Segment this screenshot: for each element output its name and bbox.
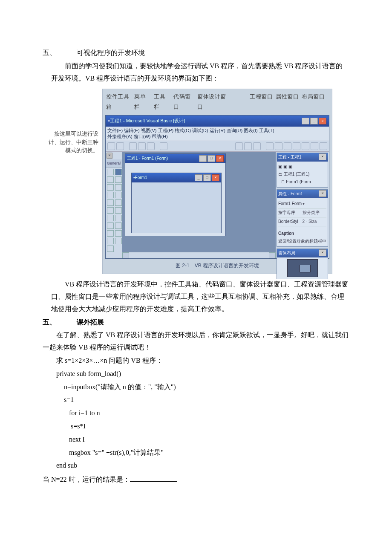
vb-toolbar[interactable] <box>106 141 329 152</box>
tool-image-icon[interactable] <box>107 238 114 244</box>
stop-button[interactable] <box>253 142 261 150</box>
minimize-button[interactable]: _ <box>302 118 309 124</box>
label-propwin: 属性窗口 <box>276 92 299 112</box>
toolbox-grid <box>106 168 122 253</box>
prop-key: BorderStyl <box>278 218 303 225</box>
tool-timer-icon[interactable] <box>107 215 114 221</box>
tool-textbox-icon[interactable] <box>115 176 122 183</box>
form-container-title: 工程1 - Form1 (Form) <box>127 155 198 162</box>
layout-form-mini[interactable] <box>300 265 311 272</box>
toolbar-button[interactable] <box>147 142 155 150</box>
prop-value[interactable]: 2 - Siza <box>303 218 327 225</box>
toolbox-tab-general[interactable]: General <box>106 159 122 168</box>
close-button[interactable]: × <box>216 155 224 162</box>
label-layoutwin: 布局窗口 <box>302 92 325 112</box>
tool-line-icon[interactable] <box>115 230 122 237</box>
tool-frame-icon[interactable] <box>107 184 114 191</box>
form-container-window[interactable]: 工程1 - Form1 (Form) _ □ × ▪ Form1 _ □ <box>125 153 226 236</box>
form-design-grid[interactable] <box>132 181 221 233</box>
tool-picturebox-icon[interactable] <box>115 169 122 175</box>
toolbar-button[interactable] <box>293 142 300 150</box>
tool-shape-icon[interactable] <box>107 230 114 237</box>
close-button[interactable]: × <box>212 174 219 181</box>
tool-checkbox-icon[interactable] <box>107 192 114 198</box>
maximize-button[interactable]: □ <box>208 155 215 162</box>
paragraph-ext-intro: 在了解、熟悉了 VB 程序设计语言的开发环境以后，你肯定跃跃欲试，一显身手。好吧… <box>43 329 349 354</box>
project-tree-item[interactable]: 🗋 Form1 (Form <box>278 178 326 186</box>
toolbox-close-icon[interactable]: × <box>107 153 112 159</box>
answer-blank[interactable] <box>130 474 177 482</box>
vb-title-text: 工程1 - Microsoft Visual Basic [设计] <box>110 117 301 125</box>
form-layout-panel[interactable]: 窗体布局× <box>277 249 328 279</box>
close-icon[interactable]: × <box>319 249 326 256</box>
scroll-right-icon[interactable] <box>269 252 276 258</box>
label-toolbar: 工具栏 <box>154 92 171 112</box>
maximize-button[interactable]: □ <box>203 174 211 181</box>
toolbar-button[interactable] <box>129 142 137 150</box>
label-codewin: 代码窗口 <box>173 92 195 112</box>
code-line: msgbox "s=" +str(s),0,"计算结果" <box>69 447 349 459</box>
tool-filelist-icon[interactable] <box>115 223 122 229</box>
code-problem: 求 s=1×2×3×…×n 问题的 VB 程序： <box>56 355 349 367</box>
tool-listbox-icon[interactable] <box>115 199 122 206</box>
vb-ide-figure: 按这里可以进行设计、运行、中断三种模式的切换。 控件工具箱 菜单栏 工具栏 代码… <box>102 89 332 274</box>
toolbox-panel[interactable]: × General <box>106 152 122 258</box>
toolbar-button[interactable] <box>116 142 124 150</box>
minimize-button[interactable]: _ <box>195 174 202 181</box>
toolbar-button[interactable] <box>311 142 318 150</box>
figure-left-annotation: 按这里可以进行设计、运行、中断三种模式的切换。 <box>47 130 98 155</box>
prop-object-selector[interactable]: Form1 Form <box>278 200 303 208</box>
vb-menubar[interactable]: 文件(F) 编辑(E) 视图(V) 工程(P) 格式(O) 调试(D) 运行(R… <box>106 127 329 141</box>
toolbar-button[interactable] <box>266 142 274 150</box>
hscrollbar[interactable] <box>122 252 276 258</box>
tool-commandbutton-icon[interactable] <box>115 184 122 191</box>
maximize-button[interactable]: □ <box>310 118 318 124</box>
layout-panel-title: 窗体布局 <box>278 249 318 257</box>
minimize-button[interactable]: _ <box>199 155 207 162</box>
code-line: end sub <box>56 460 349 472</box>
section-title: 课外拓展 <box>77 316 349 329</box>
form-designer-area[interactable]: 工程1 - Form1 (Form) _ □ × ▪ Form1 _ □ <box>122 152 276 258</box>
form1-window[interactable]: ▪ Form1 _ □ × <box>131 173 222 233</box>
tool-ole-icon[interactable] <box>107 246 114 252</box>
tool-pointer-icon[interactable] <box>107 169 114 175</box>
project-tree-item[interactable]: 🗀 工程1 (工程1) <box>278 171 326 178</box>
properties-panel[interactable]: 属性 - Form1× Form1 Form▾ 按字母序按分类序 BorderS… <box>277 189 328 247</box>
tool-dirlist-icon[interactable] <box>107 223 114 229</box>
code-line: s=s*I <box>71 420 349 433</box>
section-ext-heading: 五、 课外拓展 <box>43 316 349 329</box>
pause-button[interactable] <box>244 142 252 150</box>
close-button[interactable]: × <box>319 118 326 124</box>
code-line: n=inputbox("请输入 n 的值：", "输入") <box>64 381 349 393</box>
close-icon[interactable]: × <box>319 190 326 197</box>
toolbar-button[interactable] <box>160 142 167 150</box>
tool-hscroll-icon[interactable] <box>107 207 114 214</box>
code-line: s=1 <box>64 394 349 406</box>
close-icon[interactable]: × <box>319 153 326 160</box>
prop-caption-key: Caption <box>278 230 326 237</box>
right-dock: 工程 - 工程1× ▣ ▣ ▣ 🗀 工程1 (工程1) 🗋 Form1 (For… <box>276 152 329 258</box>
prop-tab-category[interactable]: 按分类序 <box>303 209 327 217</box>
toolbar-button[interactable] <box>275 142 282 150</box>
toolbar-button[interactable] <box>138 142 146 150</box>
tool-combobox-icon[interactable] <box>107 199 114 206</box>
toolbar-button[interactable] <box>302 142 309 150</box>
toolbar-button[interactable] <box>107 142 115 150</box>
toolbar-button[interactable] <box>284 142 291 150</box>
label-formdesign: 窗体设计窗口 <box>197 92 227 112</box>
tool-label-icon[interactable] <box>107 176 114 183</box>
project-tree-root[interactable]: ▣ ▣ ▣ <box>278 163 326 171</box>
vb-titlebar: ▪ 工程1 - Microsoft Visual Basic [设计] _ □ … <box>106 116 329 127</box>
tool-data-icon[interactable] <box>115 238 122 244</box>
layout-screen[interactable] <box>287 259 318 277</box>
question-text: 当 N=22 时，运行的结果是： <box>43 476 130 483</box>
scroll-left-icon[interactable] <box>122 252 129 258</box>
tool-vscroll-icon[interactable] <box>115 207 122 214</box>
toolbar-button[interactable] <box>320 142 327 150</box>
project-explorer-panel[interactable]: 工程 - 工程1× ▣ ▣ ▣ 🗀 工程1 (工程1) 🗋 Form1 (For… <box>277 153 328 188</box>
tool-optionbutton-icon[interactable] <box>115 192 122 198</box>
prop-tab-alpha[interactable]: 按字母序 <box>278 209 303 217</box>
label-projwin: 工程窗口 <box>250 92 273 112</box>
run-button[interactable] <box>235 142 243 150</box>
tool-drive-icon[interactable] <box>115 215 122 221</box>
